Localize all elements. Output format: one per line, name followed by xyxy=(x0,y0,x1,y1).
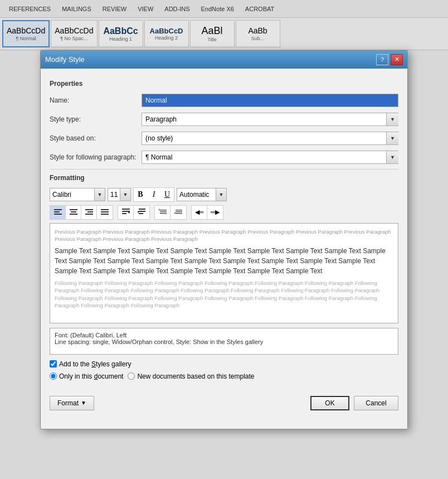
name-label: Name: xyxy=(50,96,142,104)
spacing-group xyxy=(154,205,187,220)
svg-rect-18 xyxy=(122,213,126,214)
svg-rect-9 xyxy=(87,211,93,212)
increase-indent-btn[interactable]: ═▶ xyxy=(207,206,223,219)
style-following-row: Style for following paragraph: ¶ Normal … xyxy=(50,150,398,164)
style-type-arrow[interactable]: ▼ xyxy=(386,113,398,126)
svg-rect-16 xyxy=(122,209,130,210)
indent-outline-group xyxy=(118,205,150,220)
svg-rect-23 xyxy=(139,213,143,214)
list-indent-group: ◀═ ═▶ xyxy=(191,205,223,220)
style-type-select-wrapper: Paragraph ▼ xyxy=(142,113,398,126)
dialog-titlebar: Modify Style ? ✕ xyxy=(41,51,407,69)
preview-following-text: Following Paragraph Following Paragraph … xyxy=(55,279,393,309)
footer-right: OK Cancel xyxy=(310,396,398,410)
new-docs-radio[interactable] xyxy=(128,372,135,380)
text-align-group xyxy=(50,205,113,220)
style-following-select-wrapper: ¶ Normal ▼ xyxy=(142,151,398,164)
radio-options-row: Only in this document New documents base… xyxy=(50,372,398,380)
style-based-row: Style based on: (no style) ▼ xyxy=(50,131,398,146)
add-to-gallery-label[interactable]: Add to the Styles gallery xyxy=(50,360,131,368)
font-select-wrapper: Calibri ▼ xyxy=(50,188,105,201)
svg-marker-33 xyxy=(174,212,176,214)
dialog-controls: ? ✕ xyxy=(376,54,403,65)
format-button[interactable]: Format ▼ xyxy=(50,396,94,410)
svg-rect-13 xyxy=(101,211,109,212)
style-type-select[interactable]: Paragraph xyxy=(142,113,398,126)
style-type-row: Style type: Paragraph ▼ xyxy=(50,112,398,127)
bold-italic-underline-group: B I U xyxy=(133,187,174,202)
outline-group-btn2[interactable] xyxy=(134,206,149,219)
add-gallery-text: Add to the Styles gallery xyxy=(59,360,131,368)
dialog-title: Modify Style xyxy=(45,55,85,64)
name-row: Name: xyxy=(50,93,398,108)
formatting-header: Formatting xyxy=(50,174,398,182)
preview-prev-text: Previous Paragraph Previous Paragraph Pr… xyxy=(55,228,393,243)
description-box: Font: (Default) Calibri, Left Line spaci… xyxy=(50,328,398,355)
align-right-button[interactable] xyxy=(81,206,97,219)
add-to-gallery-row: Add to the Styles gallery xyxy=(50,360,398,368)
svg-rect-0 xyxy=(54,209,62,210)
dialog-overlay: Modify Style ? ✕ Properties Name: Style … xyxy=(0,0,448,479)
align-center-button[interactable] xyxy=(66,206,81,219)
svg-rect-21 xyxy=(139,209,145,210)
close-button[interactable]: ✕ xyxy=(391,54,403,65)
svg-rect-28 xyxy=(160,213,167,214)
style-following-select[interactable]: ¶ Normal xyxy=(142,151,398,164)
svg-rect-22 xyxy=(139,211,145,212)
svg-rect-2 xyxy=(54,214,62,215)
svg-rect-14 xyxy=(101,214,109,215)
only-this-doc-radio[interactable] xyxy=(50,372,57,380)
style-based-arrow[interactable]: ▼ xyxy=(386,132,398,145)
styles-underline: S xyxy=(91,360,96,368)
format-arrow-icon: ▼ xyxy=(81,400,86,406)
align-left-button[interactable] xyxy=(50,206,66,219)
style-based-label: Style based on: xyxy=(50,134,142,142)
help-button[interactable]: ? xyxy=(376,54,388,65)
svg-rect-32 xyxy=(176,213,182,214)
line-spacing-btn1[interactable] xyxy=(155,206,171,219)
ok-button[interactable]: OK xyxy=(310,396,349,410)
footer-left: Format ▼ xyxy=(50,396,94,410)
properties-header: Properties xyxy=(50,80,398,88)
style-based-select[interactable]: (no style) xyxy=(142,132,398,145)
svg-rect-31 xyxy=(176,211,182,212)
dialog-footer: Format ▼ OK Cancel xyxy=(41,391,407,417)
cancel-button[interactable]: Cancel xyxy=(354,396,398,410)
svg-rect-1 xyxy=(54,211,60,212)
modify-style-dialog: Modify Style ? ✕ Properties Name: Style … xyxy=(40,50,408,429)
italic-button[interactable]: I xyxy=(147,188,160,201)
svg-rect-12 xyxy=(101,209,109,210)
bold-button[interactable]: B xyxy=(134,188,147,201)
svg-rect-26 xyxy=(160,210,167,211)
decrease-indent-btn[interactable]: ◀═ xyxy=(192,206,207,219)
preview-sample-text: Sample Text Sample Text Sample Text Samp… xyxy=(55,246,393,276)
style-following-label: Style for following paragraph: xyxy=(50,153,142,161)
outline-group-btn1[interactable] xyxy=(118,206,134,219)
size-select-wrapper: 11 ▼ xyxy=(108,188,131,201)
justify-button[interactable] xyxy=(97,206,113,219)
style-type-label: Style type: xyxy=(50,115,142,123)
font-arrow[interactable]: ▼ xyxy=(94,188,105,201)
svg-rect-27 xyxy=(160,211,167,212)
svg-rect-8 xyxy=(85,209,93,210)
new-docs-text: New documents based on this template xyxy=(137,372,254,380)
line-spacing-btn2[interactable] xyxy=(171,206,186,219)
size-arrow[interactable]: ▼ xyxy=(120,188,131,201)
only-doc-text: Only in this document xyxy=(59,372,123,380)
document-underline: d xyxy=(94,372,98,380)
color-arrow[interactable]: ▼ xyxy=(216,188,227,201)
desc-line2: Line spacing: single, Widow/Orphan contr… xyxy=(55,338,393,345)
new-docs-label[interactable]: New documents based on this template xyxy=(128,372,254,380)
font-toolbar: Calibri ▼ 11 ▼ B I U Auto xyxy=(50,187,398,202)
preview-box: Previous Paragraph Previous Paragraph Pr… xyxy=(50,223,398,323)
svg-rect-30 xyxy=(176,210,182,211)
svg-rect-4 xyxy=(70,209,77,210)
style-following-arrow[interactable]: ▼ xyxy=(386,151,398,164)
only-this-doc-label[interactable]: Only in this document xyxy=(50,372,123,380)
svg-rect-10 xyxy=(85,214,93,215)
name-input[interactable] xyxy=(142,94,398,107)
add-to-gallery-checkbox[interactable] xyxy=(50,360,57,367)
svg-marker-29 xyxy=(159,209,160,211)
underline-button[interactable]: U xyxy=(160,188,174,201)
svg-rect-5 xyxy=(71,211,76,212)
